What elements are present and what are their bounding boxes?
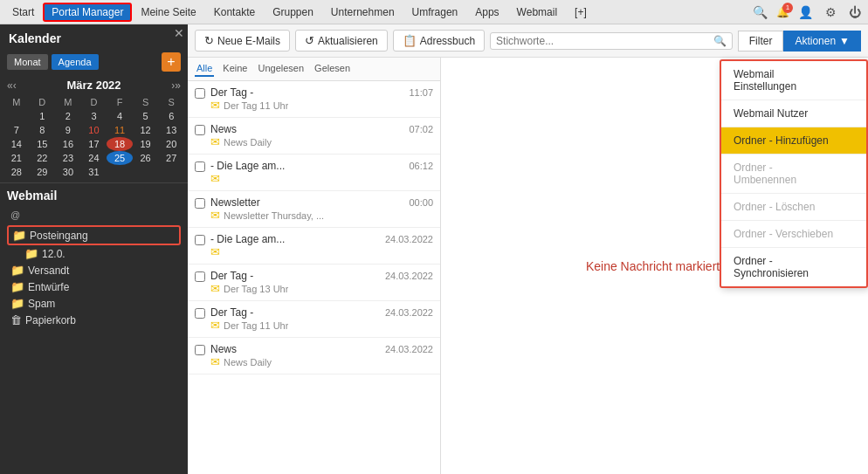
tab-keine[interactable]: Keine [221,61,249,77]
calendar-day[interactable]: 21 [3,151,30,165]
folder-papierkorb[interactable]: 🗑 Papierkorb [7,312,181,328]
list-item[interactable]: - Die Lage am... 06:12 ✉ [188,155,440,191]
addressbook-button[interactable]: 📋 Adressbuch [393,30,485,52]
list-item[interactable]: Newsletter 00:00 ✉ Newsletter Thursday, … [188,191,440,228]
tab-gelesen[interactable]: Gelesen [313,61,352,77]
tab-ungelesen[interactable]: Ungelesen [256,61,306,77]
list-item[interactable]: Der Tag - 24.03.2022 ✉ Der Tag 13 Uhr [188,264,440,301]
calendar-day[interactable]: 27 [158,151,184,165]
calendar-day[interactable]: 25 [107,151,133,165]
email-subject: Der Tag 13 Uhr [224,284,288,294]
nav-umfragen[interactable]: Umfragen [403,3,467,22]
calendar-day[interactable] [158,165,184,179]
calendar-day[interactable]: 29 [30,165,56,179]
actions-button[interactable]: Aktionen ▼ [783,31,861,52]
calendar-day[interactable]: 2 [55,109,81,123]
calendar-day[interactable]: 22 [30,151,56,165]
calendar-agenda-button[interactable]: Agenda [52,54,99,70]
nav-portal-manager[interactable]: Portal Manager [43,3,132,22]
calendar-day[interactable]: 24 [81,151,107,165]
search-icon[interactable]: 🔍 [749,3,771,21]
search-icon[interactable]: 🔍 [713,35,727,47]
nav-webmail[interactable]: Webmail [508,3,566,22]
dropdown-item-ordner-hinzufuegen[interactable]: Ordner - Hinzufügen [721,127,866,155]
calendar-day[interactable]: 26 [133,151,159,165]
folder-spam[interactable]: 📁 Spam [7,295,181,312]
calendar-day[interactable]: 5 [133,109,159,123]
email-content: Newsletter 00:00 ✉ Newsletter Thursday, … [210,196,433,222]
email-checkbox[interactable] [195,88,205,99]
email-checkbox[interactable] [195,235,205,245]
calendar-day[interactable]: 13 [158,123,184,137]
calendar-day[interactable]: 7 [3,123,30,137]
list-item[interactable]: News 07:02 ✉ News Daily [188,118,440,155]
calendar-day[interactable]: 30 [55,165,81,179]
sidebar-close-button[interactable]: ✕ [174,26,184,40]
calendar-day[interactable] [3,109,30,123]
calendar-day[interactable]: 23 [55,151,81,165]
calendar-day[interactable]: 16 [55,137,81,151]
calendar-day[interactable]: 17 [81,137,107,151]
email-checkbox[interactable] [195,271,205,282]
filter-button[interactable]: Filter [738,31,784,52]
folder-posteingang[interactable]: 📁 Posteingang [7,225,181,245]
nav-apps[interactable]: Apps [466,3,507,22]
email-subject: Der Tag 11 Uhr [224,100,288,111]
calendar-add-button[interactable]: + [162,52,181,72]
calendar-day[interactable] [107,165,133,179]
email-checkbox[interactable] [195,198,205,209]
calendar-day[interactable]: 11 [107,123,133,137]
nav-gruppen[interactable]: Gruppen [264,3,322,22]
list-item[interactable]: - Die Lage am... 24.03.2022 ✉ [188,228,440,264]
list-item[interactable]: Der Tag - 11:07 ✉ Der Tag 11 Uhr [188,81,440,118]
nav-start[interactable]: Start [3,3,43,22]
calendar-month-button[interactable]: Monat [7,54,48,70]
email-checkbox[interactable] [195,345,205,355]
calendar-day[interactable]: 31 [81,165,107,179]
calendar-day[interactable]: 6 [158,109,184,123]
power-icon[interactable]: ⏻ [845,3,865,21]
folder-entw[interactable]: 📁 Entwürfe [7,278,181,295]
dropdown-item-ordner-synchronisieren[interactable]: Ordner -Synchronisieren [721,248,866,286]
tab-alle[interactable]: Alle [195,61,214,77]
calendar-day[interactable]: 10 [81,123,107,137]
calendar-day[interactable]: 14 [3,137,30,151]
email-icon: ✉ [210,282,220,295]
folder-versandt[interactable]: 📁 Versandt [7,262,181,278]
email-checkbox[interactable] [195,161,205,172]
email-checkbox[interactable] [195,125,205,135]
dropdown-item-webmail-einstellungen[interactable]: WebmailEinstellungen [721,61,866,100]
folder-12[interactable]: 📁 12.0. [7,245,181,262]
calendar-day[interactable]: 28 [3,165,30,179]
list-item[interactable]: News 24.03.2022 ✉ News Daily [188,338,440,374]
search-input[interactable] [496,35,713,47]
nav-meine-seite[interactable]: Meine Seite [132,3,204,22]
calendar-day[interactable]: 12 [133,123,159,137]
calendar-day[interactable] [133,165,159,179]
calendar-day[interactable]: 4 [107,109,133,123]
toolbar: ↻ Neue E-Mails ↺ Aktualisieren 📋 Adressb… [188,24,868,58]
new-email-button[interactable]: ↻ Neue E-Mails [195,30,290,52]
nav-unternehmen[interactable]: Unternehmen [322,3,403,22]
dropdown-item-webmail-nutzer[interactable]: Webmail Nutzer [721,100,866,127]
email-icon: ✉ [210,135,220,148]
calendar-day[interactable]: 20 [158,137,184,151]
calendar-day[interactable]: 18 [107,137,133,151]
nav-kontakte[interactable]: Kontakte [205,3,264,22]
calendar-day[interactable]: 19 [133,137,159,151]
calendar-next-button[interactable]: ›» [171,79,181,92]
calendar-day[interactable]: 3 [81,109,107,123]
refresh-button[interactable]: ↺ Aktualisieren [295,30,388,52]
list-item[interactable]: Der Tag - 24.03.2022 ✉ Der Tag 11 Uhr [188,301,440,338]
calendar-day[interactable]: 9 [55,123,81,137]
calendar-day[interactable]: 1 [30,109,56,123]
nav-plus[interactable]: [+] [566,3,596,22]
calendar-prev-button[interactable]: «‹ [7,79,17,92]
calendar-day[interactable]: 8 [30,123,56,137]
settings-icon[interactable]: ⚙ [822,3,840,21]
user-icon[interactable]: 👤 [795,3,816,21]
notification-badge[interactable]: 🔔 1 [776,6,789,18]
email-checkbox[interactable] [195,308,205,319]
calendar-day[interactable]: 15 [30,137,56,151]
email-sender: News [210,343,237,355]
